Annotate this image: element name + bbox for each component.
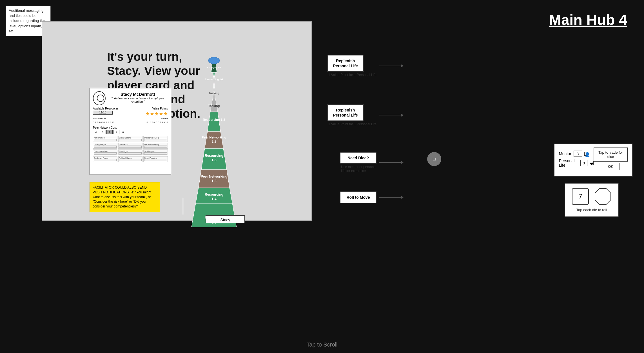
need-dice-subtitle: Use mentor or personal life for extra di… [340,165,376,173]
scale-left: 0 1 2 3 4 5 6 7 8 9 10 [93,121,114,124]
player-label: Stacy [206,215,245,223]
replenish-life-2-subtitle: 1 Value Point for 1 Personal Life [327,122,376,126]
svg-text:1-5: 1-5 [211,158,217,162]
svg-text:1-3: 1-3 [211,179,217,183]
game-board: It's your turn, Stacy. View your player … [42,21,312,221]
replenish-2-group: Replenish Personal Life 1 Value Point fo… [327,104,402,126]
svg-text:Resourcing: Resourcing [205,193,223,196]
skill-customer-focus: Customer Focus [93,156,117,162]
svg-text:Ext.Mgmt 1-2: Ext.Mgmt 1-2 [207,66,221,69]
trade-box: Mentor 3 👤 Personal Life 3 ❤ Tap to trad… [554,144,633,176]
player-card-name: Stacy McDermott [108,92,168,97]
peer-boxes: 4 3 2 1 0 [93,130,168,134]
need-dice-title: Need Dice? [344,155,372,160]
tower-svg: Resourcing 1-5 Resourcing 1-4 Peer Netwo… [183,53,245,227]
roll-to-move-title: Roll to Move [344,195,372,200]
need-dice-group: Need Dice? Use mentor or personal life f… [340,152,402,173]
svg-marker-26 [595,189,611,204]
skill-innovation: Innovation [118,143,143,149]
personal-life-trade-label: Personal Life [559,158,578,167]
avatar [93,91,106,105]
tap-to-scroll[interactable]: Tap to Scroll [306,341,337,348]
die-value: 7 [578,192,582,201]
svg-text:Peer Networking: Peer Networking [201,175,228,178]
svg-marker-15 [208,112,220,131]
value-points-stars: ★★★★★ [145,111,168,117]
replenish-1-group: Replenish Personal Life 1 Value Point fo… [327,55,402,77]
ok-label: OK [608,164,613,169]
svg-text:Tasking: Tasking [209,92,219,95]
skill-strat-planning: Strat. Planning [143,156,168,162]
personal-life-label: Personal Life [93,117,106,120]
tap-to-trade-label: Tap to trade for dice [598,150,623,159]
svg-text:Peer Networking: Peer Networking [202,136,226,139]
replenish-life-1-button[interactable]: Replenish Personal Life [327,55,364,72]
arrow-line-2 [379,115,402,115]
skill-communication: Communication [93,149,117,155]
stacy-line [183,198,183,215]
svg-marker-6 [199,169,229,188]
svg-text:Resourcing 1-2: Resourcing 1-2 [205,78,223,81]
peer-box: 0 [120,130,126,134]
skills-grid: Achievement Group Ldrshp Problem Solving… [93,136,168,162]
mentor-count: 3 [574,151,582,157]
skill-group-ldrshp: Group Ldrshp [118,136,143,142]
skill-change-mgmt: Change Mgmt [93,143,117,149]
die-1[interactable]: 7 [572,188,589,205]
value-points-label: Value Points [152,107,168,110]
die-2[interactable] [594,188,611,205]
ok-button[interactable]: OK [602,163,620,170]
svg-text:Resourcing: Resourcing [205,154,223,158]
arrow-line-1 [379,66,402,66]
mentor-trade-label: Mentor [559,151,571,156]
skill-political-savvy: Political Savvy [118,156,143,162]
facilitator-note: FACILITATOR COULD ALSO SEND PUSH NOTIFIC… [90,182,160,212]
skill-self-dvlpmnt: Self Dvlpmnt [143,149,168,155]
peer-box-filled: 2 [106,130,113,134]
mentor-icon: 👤 [584,152,588,156]
main-hub-title: Main Hub 4 [549,11,627,28]
skill-problem-solving: Problem Solving [143,136,168,142]
arrow-line-3 [379,162,402,163]
circle-button[interactable]: □ [427,152,441,166]
peer-box: 4 [93,130,99,134]
roll-section: 7 Tap each die to roll [565,183,619,217]
roll-to-move-group: Roll to Move [340,191,402,203]
svg-text:1-2: 1-2 [212,140,216,143]
resources-bar: 11/15 [93,111,113,115]
svg-text:Resourcing 1-2: Resourcing 1-2 [203,118,225,121]
tower-container: Resourcing 1-5 Resourcing 1-4 Peer Netwo… [183,53,245,210]
skill-achievement: Achievement [93,136,117,142]
player-card-quote: "I define success in terms of employee r… [108,97,168,103]
circle-btn-label: □ [433,157,436,162]
arrow-line-4 [379,197,402,198]
roll-subtext: Tap each die to roll [576,208,607,212]
peer-box: 3 [100,130,106,134]
peer-box: 1 [113,130,119,134]
resources-value: 11/15 [99,111,106,114]
skill-decision-making: Decision Making [143,143,168,149]
available-resources-label: Available Resources [93,107,119,110]
need-dice-button[interactable]: Need Dice? [340,152,376,164]
octagon-die-svg [594,188,611,205]
replenish-life-2-button[interactable]: Replenish Personal Life [327,104,364,121]
replenish-life-2-title: Replenish Personal Life [332,108,359,118]
svg-text:Tasking: Tasking [208,104,220,108]
replenish-life-1-title: Replenish Personal Life [332,58,359,68]
personal-life-count: 3 [580,160,587,166]
peer-network-label: Peer Network Cost: [93,126,168,129]
scale-right: 0 1 2 3 4 5 6 7 8 9 10 [146,121,168,124]
skill-risk-mgmt: Risk Mgmt [118,149,143,155]
mentor-label: Mentor [161,117,168,120]
svg-text:1-4: 1-4 [211,197,217,201]
replenish-life-1-subtitle: 1 Value Point for 1 Personal Life [327,73,376,77]
tap-to-trade-button[interactable]: Tap to trade for dice [594,148,628,162]
player-card: Stacy McDermott "I define success in ter… [90,88,171,175]
svg-point-25 [208,57,220,64]
roll-to-move-button[interactable]: Roll to Move [340,191,376,203]
personal-life-icon: ❤ [590,161,594,165]
